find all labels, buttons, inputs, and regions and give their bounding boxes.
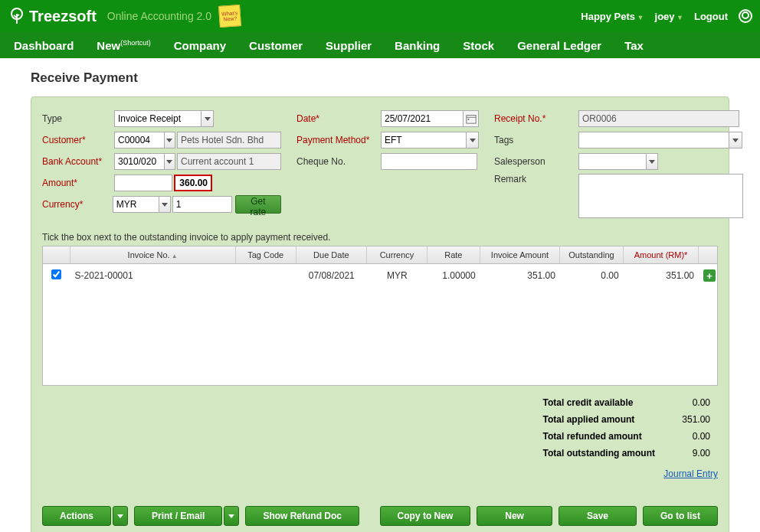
top-header: Treezsoft Online Accounting 2.0 What's N… (0, 0, 760, 32)
remark-field[interactable] (578, 174, 743, 218)
print-caret-icon[interactable] (224, 506, 239, 526)
user-icon[interactable] (739, 9, 752, 23)
print-email-button[interactable]: Print / Email (134, 506, 222, 526)
add-row-icon[interactable]: + (703, 269, 716, 282)
nav-general-ledger[interactable]: General Ledger (517, 39, 601, 52)
payment-method-field[interactable] (381, 132, 467, 149)
col-outstanding[interactable]: Outstanding (560, 246, 624, 263)
nav-dashboard[interactable]: Dashboard (14, 39, 74, 52)
customer-dropdown-icon[interactable] (165, 132, 175, 149)
brand-text: Treezsoft (29, 8, 97, 25)
show-refund-button[interactable]: Show Refund Doc (245, 506, 359, 526)
label-date: Date* (296, 113, 381, 124)
nav-customer[interactable]: Customer (249, 39, 303, 52)
label-type: Type (42, 113, 114, 124)
tags-field[interactable] (578, 132, 729, 149)
col-invoice-no[interactable]: Invoice No. (70, 246, 236, 263)
payment-method-dropdown-icon[interactable] (467, 132, 479, 149)
cell-currency: MYR (367, 270, 428, 281)
total-applied-label: Total applied amount (537, 412, 661, 427)
actions-button[interactable]: Actions (42, 506, 111, 526)
customer-name-field (177, 132, 281, 149)
bank-dropdown-icon[interactable] (165, 153, 175, 170)
salesperson-field[interactable] (578, 153, 647, 170)
cell-invoice-amount: 351.00 (480, 270, 560, 281)
currency-code-field[interactable] (113, 196, 160, 213)
get-rate-button[interactable]: Get rate (235, 195, 281, 214)
company-dropdown[interactable]: Happy Pets (581, 11, 644, 22)
logout-link[interactable]: Logout (694, 11, 728, 22)
cell-invoice-no: S-2021-00001 (70, 270, 236, 281)
nav-tax[interactable]: Tax (624, 39, 644, 52)
tagline: Online Accounting 2.0 (107, 10, 211, 22)
nav-banking[interactable]: Banking (395, 39, 440, 52)
user-dropdown[interactable]: joey (655, 11, 683, 22)
main-panel: Type Customer* Bank Account* Amount* (31, 96, 729, 532)
cell-amount: 351.00 (624, 270, 699, 281)
go-to-list-button[interactable]: Go to list (643, 506, 718, 526)
button-bar: Actions Print / Email Show Refund Doc Co… (42, 494, 718, 526)
currency-rate-field[interactable] (172, 196, 232, 213)
page-title: Receive Payment (31, 70, 729, 86)
nav-supplier[interactable]: Supplier (326, 39, 372, 52)
label-customer: Customer* (42, 135, 114, 145)
whats-new-note[interactable]: What's New? (218, 5, 241, 28)
amount-field-left[interactable] (114, 175, 172, 191)
col-due-date[interactable]: Due Date (296, 246, 368, 263)
label-amount: Amount* (42, 178, 114, 188)
total-applied-value: 351.00 (663, 412, 716, 427)
copy-to-new-button[interactable]: Copy to New (380, 506, 471, 526)
nav-new[interactable]: New(Shortcut) (97, 39, 150, 52)
col-amount[interactable]: Amount (RM)* (624, 246, 699, 263)
receipt-no-field (578, 110, 739, 127)
total-outstanding-value: 9.00 (663, 446, 716, 461)
label-receipt: Receipt No.* (494, 113, 578, 124)
date-field[interactable] (381, 110, 464, 127)
currency-dropdown-icon[interactable] (159, 196, 170, 213)
svg-rect-3 (467, 119, 469, 120)
calendar-icon[interactable] (464, 110, 479, 127)
new-button[interactable]: New (477, 506, 552, 526)
cell-outstanding: 0.00 (560, 270, 624, 281)
totals-section: Total credit available0.00 Total applied… (42, 393, 718, 462)
main-nav: Dashboard New(Shortcut) Company Customer… (0, 32, 760, 58)
tags-dropdown-icon[interactable] (729, 132, 742, 149)
type-field[interactable] (114, 110, 201, 127)
amount-field[interactable] (174, 175, 212, 191)
cheque-field[interactable] (381, 153, 477, 170)
col-invoice-amount[interactable]: Invoice Amount (480, 246, 560, 263)
total-credit-label: Total credit available (537, 395, 661, 410)
col-rate[interactable]: Rate (428, 246, 480, 263)
nav-stock[interactable]: Stock (463, 39, 494, 52)
total-outstanding-label: Total outstanding amount (537, 446, 661, 461)
total-refunded-label: Total refunded amount (537, 429, 661, 444)
col-currency[interactable]: Currency (367, 246, 428, 263)
col-tag-code[interactable]: Tag Code (236, 246, 296, 263)
tree-icon (8, 7, 26, 25)
brand-logo[interactable]: Treezsoft (8, 7, 97, 25)
customer-code-field[interactable] (114, 132, 165, 149)
bank-name-field (177, 153, 281, 170)
grid-header: Invoice No. Tag Code Due Date Currency R… (43, 246, 717, 264)
form-area: Type Customer* Bank Account* Amount* (42, 108, 718, 218)
label-tags: Tags (494, 135, 578, 145)
label-currency: Currency* (42, 199, 113, 210)
type-dropdown-icon[interactable] (201, 110, 214, 127)
bank-code-field[interactable] (114, 153, 165, 170)
table-row: S-2021-00001 07/08/2021 MYR 1.00000 351.… (43, 264, 717, 287)
actions-caret-icon[interactable] (113, 506, 128, 526)
save-button[interactable]: Save (559, 506, 637, 526)
nav-company[interactable]: Company (174, 39, 226, 52)
row-checkbox[interactable] (51, 269, 61, 279)
cell-due-date: 07/08/2021 (296, 270, 367, 281)
label-payment-method: Payment Method* (296, 135, 381, 145)
label-remark: Remark (494, 174, 578, 184)
salesperson-dropdown-icon[interactable] (647, 153, 658, 170)
label-bank: Bank Account* (42, 156, 114, 167)
grid-instruction: Tick the box next to the outstanding inv… (42, 232, 718, 243)
label-salesperson: Salesperson (494, 156, 578, 167)
cell-rate: 1.00000 (428, 270, 480, 281)
journal-entry-link[interactable]: Journal Entry (42, 468, 718, 479)
total-credit-value: 0.00 (663, 395, 716, 410)
invoice-grid: Invoice No. Tag Code Due Date Currency R… (42, 246, 718, 386)
